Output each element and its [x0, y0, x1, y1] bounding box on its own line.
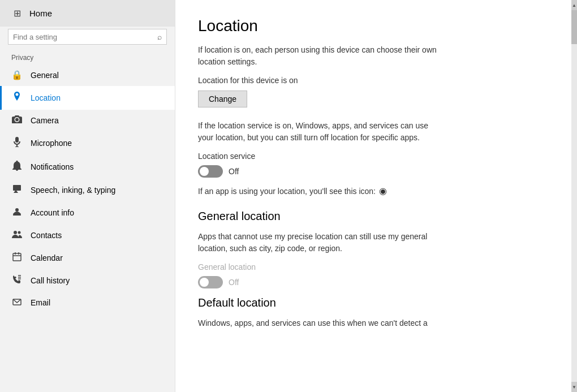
svg-point-0 [15, 118, 19, 122]
svg-rect-3 [15, 147, 19, 147]
speech-icon [11, 184, 23, 196]
sidebar-item-contacts[interactable]: Contacts [0, 224, 175, 247]
email-icon [11, 298, 23, 308]
location-service-toggle-row: Off [198, 165, 554, 178]
home-icon: ⊞ [11, 8, 23, 19]
scroll-down-button[interactable]: ▼ [571, 382, 577, 392]
general-location-toggle-row: Off [198, 276, 554, 288]
search-icon[interactable]: ⌕ [157, 32, 162, 41]
icon-note-text: If an app is using your location, you'll… [198, 187, 376, 196]
sidebar-label-general: General [31, 71, 59, 80]
sidebar-label-speech: Speech, inking, & typing [31, 186, 115, 195]
location-service-toggle[interactable] [198, 165, 223, 178]
icon-note: If an app is using your location, you'll… [198, 186, 554, 196]
change-button[interactable]: Change [198, 91, 247, 107]
contacts-icon [11, 230, 23, 241]
right-scrollbar: ▲ ▼ [571, 0, 577, 392]
sidebar-label-calendar: Calendar [31, 253, 63, 262]
general-location-toggle[interactable] [198, 276, 223, 288]
home-label: Home [29, 8, 52, 18]
camera-icon [11, 115, 23, 126]
sidebar-label-camera: Camera [31, 116, 59, 125]
section-label: Privacy [0, 50, 175, 64]
sidebar-label-contacts: Contacts [31, 231, 62, 240]
notifications-icon [11, 161, 23, 173]
scroll-up-button[interactable]: ▲ [571, 0, 577, 10]
location-description: If location is on, each person using thi… [198, 44, 441, 68]
scroll-track [571, 10, 577, 382]
svg-rect-6 [14, 188, 19, 189]
sidebar-item-notifications[interactable]: Notifications [0, 155, 175, 179]
svg-rect-12 [13, 253, 21, 261]
default-location-title: Default location [198, 296, 554, 309]
default-location-desc: Windows, apps, and services can use this… [198, 317, 441, 329]
location-indicator-icon: ◉ [379, 186, 387, 196]
call-history-icon [11, 275, 23, 286]
page-title: Location [198, 17, 554, 35]
toggle-thumb-general [200, 278, 209, 287]
sidebar-item-general[interactable]: 🔒 General [0, 64, 175, 86]
sidebar-item-camera[interactable]: Camera [0, 110, 175, 131]
svg-point-11 [18, 231, 21, 234]
general-location-state: Off [229, 278, 239, 287]
svg-rect-7 [14, 189, 17, 190]
scroll-thumb [571, 10, 577, 44]
svg-point-10 [14, 231, 17, 234]
sidebar-scroll: Privacy 🔒 General Location Camera [0, 50, 175, 392]
search-box: ⌕ [8, 29, 167, 45]
sidebar: ⊞ Home ⌕ Privacy 🔒 General Location [0, 0, 175, 392]
sidebar-label-email: Email [31, 298, 50, 307]
location-service-label: Location service [198, 152, 554, 161]
calendar-icon [11, 252, 23, 264]
toggle-thumb [200, 167, 209, 176]
general-location-desc: Apps that cannot use my precise location… [198, 231, 441, 255]
sidebar-item-account-info[interactable]: Account info [0, 201, 175, 224]
svg-rect-1 [15, 137, 19, 143]
microphone-icon [11, 137, 23, 149]
sidebar-item-call-history[interactable]: Call history [0, 269, 175, 292]
sidebar-label-microphone: Microphone [31, 139, 72, 148]
sidebar-label-location: Location [31, 93, 61, 102]
location-icon [11, 92, 23, 104]
sidebar-item-email[interactable]: Email [0, 292, 175, 313]
service-description: If the location service is on, Windows, … [198, 120, 441, 144]
general-location-label: General location [198, 262, 554, 272]
sidebar-item-calendar[interactable]: Calendar [0, 247, 175, 269]
general-icon: 🔒 [11, 70, 23, 80]
svg-point-8 [15, 208, 19, 212]
sidebar-label-notifications: Notifications [31, 162, 74, 171]
sidebar-item-microphone[interactable]: Microphone [0, 131, 175, 155]
sidebar-item-location[interactable]: Location [0, 86, 175, 110]
general-location-title: General location [198, 210, 554, 223]
main-content: Location If location is on, each person … [175, 0, 577, 392]
svg-rect-5 [14, 186, 18, 187]
sidebar-item-speech[interactable]: Speech, inking, & typing [0, 179, 175, 201]
search-input[interactable] [13, 33, 154, 41]
location-service-state: Off [229, 167, 239, 176]
sidebar-label-account-info: Account info [31, 208, 74, 217]
home-item[interactable]: ⊞ Home [0, 0, 175, 27]
sidebar-label-call-history: Call history [31, 276, 70, 285]
device-status: Location for this device is on [198, 76, 554, 85]
account-icon [11, 207, 23, 218]
